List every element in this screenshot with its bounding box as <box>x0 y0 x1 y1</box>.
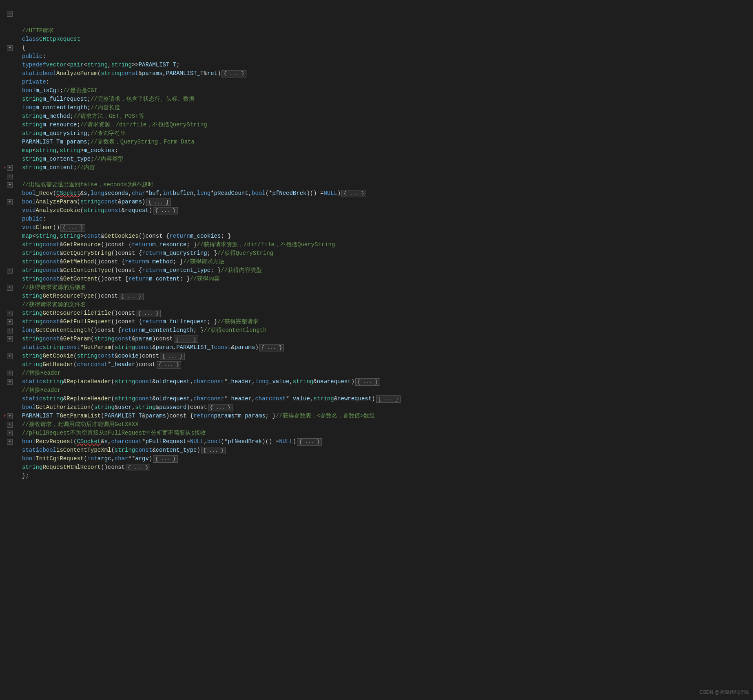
gutter-row <box>0 360 16 369</box>
gutter-row: + <box>0 309 16 318</box>
fold-expand-button[interactable]: + <box>7 431 13 436</box>
code-line: //替换Header <box>20 386 753 395</box>
code-line: string m_method;//请求方法，GET、POST等 <box>20 112 753 121</box>
code-line: PARAMLIST_T m_params;//参数表，QueryString，F… <box>20 138 753 146</box>
code-line: { <box>20 44 753 52</box>
code-line: bool _Recv(CSocket & s, long seconds, ch… <box>20 189 753 198</box>
fold-expand-button[interactable]: + <box>7 174 13 179</box>
code-line: static string & ReplaceHeader(string con… <box>20 378 753 386</box>
gutter: −+⚡+++++++++++++⚡++++ <box>0 0 16 700</box>
gutter-row <box>0 1 16 9</box>
code-line: //获得请求资源的后缀名 <box>20 283 753 292</box>
code-line: static string & ReplaceHeader(string con… <box>20 395 753 403</box>
code-line: string const & GetParam(string const & p… <box>20 335 753 343</box>
code-line: void AnalyzeCookie(string const & reques… <box>20 206 753 215</box>
gutter-row <box>0 121 16 129</box>
gutter-row <box>0 129 16 138</box>
code-line: string GetCookie(string const & cookie)c… <box>20 352 753 360</box>
fold-expand-button[interactable]: + <box>7 285 13 291</box>
code-line: string m_resource;//请求资源，/dir/file，不包括Qu… <box>20 121 753 129</box>
code-line <box>20 172 753 181</box>
gutter-row <box>0 343 16 352</box>
code-line: bool GetAuthorization(string & user, str… <box>20 403 753 412</box>
code-line: string RequestHtmlReport()const{ ... } <box>20 463 753 472</box>
code-line: //替换Header <box>20 369 753 378</box>
code-line: //出错或需要退出返回false，seconds为0不超时 <box>20 181 753 189</box>
gutter-row: + <box>0 326 16 335</box>
code-line: //HTTP请求 <box>20 26 753 35</box>
gutter-row <box>0 104 16 112</box>
code-line: bool AnalyzeParam(string const & params)… <box>20 198 753 206</box>
code-line: static bool AnalyzeParam(string const & … <box>20 69 753 78</box>
gutter-row: + <box>0 44 16 52</box>
code-line: string const & GetFullRequest()const { r… <box>20 318 753 326</box>
fold-expand-button[interactable]: + <box>7 268 13 274</box>
code-line: typedef vector<pair<string, string >> PA… <box>20 61 753 69</box>
gutter-row <box>0 78 16 86</box>
fold-expand-button[interactable]: + <box>7 439 13 445</box>
gutter-row: + <box>0 181 16 189</box>
gutter-row: + <box>0 266 16 275</box>
code-line: string m_content;//内容 <box>20 163 753 172</box>
gutter-row <box>0 206 16 215</box>
gutter-row <box>0 215 16 223</box>
code-line: //接收请求，此调用成功后才能调用GetXXXX <box>20 420 753 429</box>
fold-expand-button[interactable]: + <box>7 371 13 376</box>
code-line: string m_fullrequest;//完整请求，包含了状态行、头标、数据 <box>20 95 753 104</box>
fold-collapse-button[interactable]: − <box>7 11 13 17</box>
code-line: bool m_isCgi;//是否是CGI <box>20 86 753 95</box>
fold-expand-button[interactable]: + <box>7 45 13 51</box>
gutter-row <box>0 86 16 95</box>
watermark: CSDN @初级代码游戏 <box>699 689 749 696</box>
gutter-row <box>0 446 16 455</box>
code-line: bool RecvRequest(CSocket & s, char const… <box>20 437 753 446</box>
gutter-row: + <box>0 369 16 378</box>
fold-expand-button[interactable]: + <box>7 336 13 342</box>
gutter-row <box>0 155 16 163</box>
gutter-row <box>0 18 16 26</box>
fold-expand-button[interactable]: + <box>7 165 13 171</box>
fold-expand-button[interactable]: + <box>7 311 13 316</box>
code-line: void Clear(){ ... } <box>20 223 753 232</box>
fold-expand-button[interactable]: + <box>7 182 13 188</box>
fold-expand-button[interactable]: + <box>7 199 13 205</box>
code-line: string GetHeader(char const * _header)co… <box>20 360 753 369</box>
fold-expand-button[interactable]: + <box>7 353 13 359</box>
code-line: string const & GetMethod()const { return… <box>20 258 753 266</box>
gutter-row <box>0 112 16 121</box>
gutter-row <box>0 300 16 309</box>
code-line: bool InitCgiRequest(int argc, char ** ar… <box>20 455 753 463</box>
code-line: long m_contentlength;//内容长度 <box>20 104 753 112</box>
gutter-row: + <box>0 172 16 181</box>
code-line: string m_content_type;//内容类型 <box>20 155 753 163</box>
gutter-row <box>0 292 16 300</box>
gutter-row <box>0 275 16 283</box>
code-line: static bool isContentTypeXml(string cons… <box>20 446 753 455</box>
gutter-row: + <box>0 335 16 343</box>
code-line: PARAMLIST_T GetParamList(PARAMLIST_T & p… <box>20 412 753 420</box>
fold-expand-button[interactable]: + <box>7 413 13 419</box>
code-area: //HTTP请求class CHttpRequest{public: typed… <box>16 0 753 700</box>
fold-expand-button[interactable]: + <box>7 328 13 333</box>
gutter-row <box>0 146 16 155</box>
gutter-row <box>0 189 16 198</box>
gutter-row <box>0 249 16 258</box>
gutter-row <box>0 395 16 403</box>
code-line: string const & GetResource()const { retu… <box>20 241 753 249</box>
gutter-row: − <box>0 9 16 18</box>
gutter-row: + <box>0 198 16 206</box>
gutter-row <box>0 258 16 266</box>
warning-icon: ⚡ <box>3 164 6 172</box>
gutter-row <box>0 232 16 241</box>
fold-expand-button[interactable]: + <box>7 319 13 325</box>
fold-expand-button[interactable]: + <box>7 379 13 385</box>
code-line: class CHttpRequest <box>20 35 753 44</box>
gutter-row: + <box>0 352 16 360</box>
gutter-row <box>0 138 16 146</box>
gutter-row <box>0 223 16 232</box>
code-line: string const & GetContent()const { retur… <box>20 275 753 283</box>
code-line: string GetResourceFileTitle()const{ ... … <box>20 309 753 318</box>
gutter-row <box>0 35 16 44</box>
fold-expand-button[interactable]: + <box>7 422 13 428</box>
code-line: public: <box>20 215 753 223</box>
